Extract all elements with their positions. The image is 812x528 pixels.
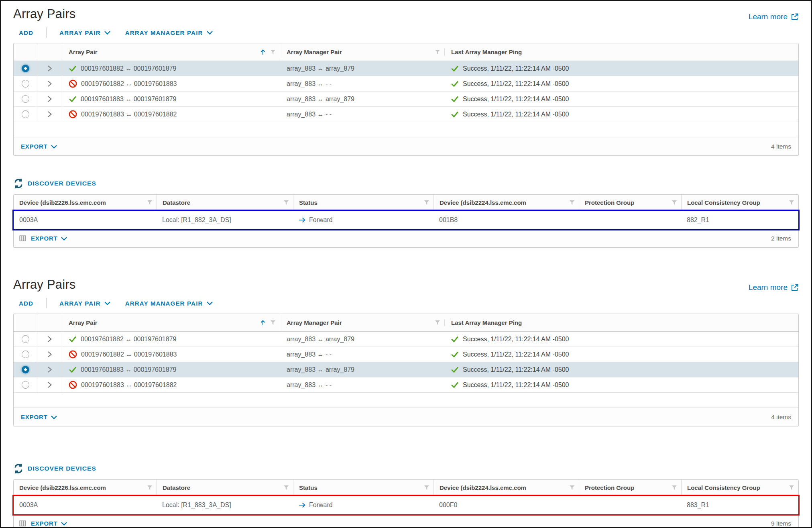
array-pairs-table: Array Pair Array Manager Pair Last Array… xyxy=(13,43,799,156)
toolbar-divider xyxy=(46,298,47,308)
array-pair-row[interactable]: 000197601882 ↔ 000197601883 array_883 ↔ … xyxy=(14,347,798,362)
array-manager-pair-menu-button[interactable]: ARRAY MANAGER PAIR xyxy=(118,300,220,307)
array-pair-row[interactable]: 000197601882 ↔ 000197601879 array_883 ↔ … xyxy=(14,332,798,347)
array-pair-menu-button[interactable]: ARRAY PAIR xyxy=(52,29,118,36)
filter-icon[interactable] xyxy=(424,485,429,490)
discover-devices-button[interactable]: DISCOVER DEVICES xyxy=(13,178,799,189)
array-manager-pair-menu-button[interactable]: ARRAY MANAGER PAIR xyxy=(118,29,220,36)
array-pair-row[interactable]: 000197601882 ↔ 000197601883 array_883 ↔ … xyxy=(14,76,798,92)
filter-icon[interactable] xyxy=(283,485,289,490)
column-header-array-pair[interactable]: Array Pair xyxy=(69,319,98,326)
column-picker-icon[interactable] xyxy=(19,520,26,527)
filter-icon[interactable] xyxy=(569,485,575,490)
filter-icon[interactable] xyxy=(424,200,429,205)
array-pair-row[interactable]: 000197601882 ↔ 000197601879 array_883 ↔ … xyxy=(14,61,798,76)
column-header-array-manager-pair[interactable]: Array Manager Pair xyxy=(287,319,342,326)
array-pair-menu-button[interactable]: ARRAY PAIR xyxy=(52,300,118,307)
page-title: Array Pairs xyxy=(13,7,76,21)
filter-icon[interactable] xyxy=(270,320,276,325)
items-count: 4 items xyxy=(771,143,791,150)
chevron-down-icon xyxy=(104,300,111,306)
expand-chevron-icon[interactable] xyxy=(46,65,53,72)
column-header-device-local[interactable]: Device (dsib2226.lss.emc.com xyxy=(19,199,106,206)
last-ping-value: Success, 1/11/22, 11:22:14 AM -0500 xyxy=(463,351,569,358)
export-button[interactable]: EXPORT xyxy=(31,235,67,242)
filter-icon[interactable] xyxy=(270,49,276,55)
table-footer: EXPORT 4 items xyxy=(14,137,798,155)
row-radio-selected[interactable] xyxy=(22,65,29,72)
last-ping-value: Success, 1/11/22, 11:22:14 AM -0500 xyxy=(463,96,569,103)
export-button[interactable]: EXPORT xyxy=(31,520,67,527)
learn-more-link[interactable]: Learn more xyxy=(749,12,799,21)
filter-icon[interactable] xyxy=(283,200,289,205)
sync-icon xyxy=(13,178,24,189)
device-row-highlighted-blue[interactable]: 0003A Local: [R1_882_3A_DS] Forward 001B… xyxy=(14,211,798,229)
external-link-icon xyxy=(791,13,799,21)
row-radio[interactable] xyxy=(22,381,29,389)
column-header-status[interactable]: Status xyxy=(299,484,317,491)
learn-more-link[interactable]: Learn more xyxy=(749,283,799,292)
filter-icon[interactable] xyxy=(789,200,794,205)
row-radio[interactable] xyxy=(22,95,29,103)
success-check-icon xyxy=(451,95,459,103)
sort-ascending-icon[interactable] xyxy=(260,49,266,56)
row-radio[interactable] xyxy=(22,335,29,343)
external-link-icon xyxy=(791,283,799,292)
add-button[interactable]: ADD xyxy=(13,29,41,36)
table-footer: EXPORT 2 items xyxy=(14,229,798,247)
column-header-datastore[interactable]: Datastore xyxy=(163,484,190,491)
column-header-protection-group[interactable]: Protection Group xyxy=(585,199,634,206)
array-pair-row[interactable]: 000197601883 ↔ 000197601879 array_883 ↔ … xyxy=(14,92,798,107)
export-button[interactable]: EXPORT xyxy=(21,414,57,420)
chevron-down-icon xyxy=(104,30,111,35)
row-radio[interactable] xyxy=(22,110,29,118)
column-header-datastore[interactable]: Datastore xyxy=(163,199,190,206)
device-row-highlighted-red[interactable]: 0003A Local: [R1_883_3A_DS] Forward 000F… xyxy=(14,496,798,514)
add-button[interactable]: ADD xyxy=(13,300,41,307)
filter-icon[interactable] xyxy=(789,485,794,490)
expand-chevron-icon[interactable] xyxy=(46,95,53,103)
column-header-device-remote[interactable]: Device (dsib2224.lss.emc.com xyxy=(440,199,526,206)
column-header-consistency-group[interactable]: Local Consistency Group xyxy=(687,199,760,206)
filter-icon[interactable] xyxy=(435,320,440,325)
column-header-consistency-group[interactable]: Local Consistency Group xyxy=(687,484,760,491)
expand-chevron-icon[interactable] xyxy=(46,110,53,118)
row-radio-selected[interactable] xyxy=(22,366,29,373)
column-picker-icon[interactable] xyxy=(19,235,26,242)
filter-icon[interactable] xyxy=(435,49,440,55)
column-header-protection-group[interactable]: Protection Group xyxy=(585,484,634,491)
column-header-status[interactable]: Status xyxy=(299,199,317,206)
array-manager-pair-value: array_883 ↔ - - xyxy=(287,80,332,88)
array-pair-row[interactable]: 000197601883 ↔ 000197601879 array_883 ↔ … xyxy=(14,362,798,377)
array-pairs-toolbar: ADD ARRAY PAIR ARRAY MANAGER PAIR xyxy=(13,26,799,39)
column-header-array-manager-pair[interactable]: Array Manager Pair xyxy=(287,49,342,55)
expand-chevron-icon[interactable] xyxy=(46,366,53,373)
status-value: Forward xyxy=(309,216,333,224)
expand-chevron-icon[interactable] xyxy=(46,351,53,358)
filter-icon[interactable] xyxy=(672,200,677,205)
expand-chevron-icon[interactable] xyxy=(46,381,53,389)
success-check-icon xyxy=(451,351,459,359)
array-pair-value: 000197601883 ↔ 000197601879 xyxy=(81,96,176,103)
sort-ascending-icon[interactable] xyxy=(260,319,266,326)
last-ping-value: Success, 1/11/22, 11:22:14 AM -0500 xyxy=(463,381,569,389)
filter-icon[interactable] xyxy=(672,485,677,490)
expand-chevron-icon[interactable] xyxy=(46,80,53,88)
column-header-last-ping[interactable]: Last Array Manager Ping xyxy=(451,319,522,326)
chevron-down-icon xyxy=(61,521,67,526)
array-pair-row[interactable]: 000197601883 ↔ 000197601882 array_883 ↔ … xyxy=(14,377,798,393)
filter-icon[interactable] xyxy=(147,200,153,205)
column-header-device-remote[interactable]: Device (dsib2224.lss.emc.com xyxy=(440,484,526,491)
column-header-last-ping[interactable]: Last Array Manager Ping xyxy=(451,49,522,55)
success-check-icon xyxy=(451,366,459,374)
filter-icon[interactable] xyxy=(147,485,153,490)
expand-chevron-icon[interactable] xyxy=(46,335,53,343)
column-header-device-local[interactable]: Device (dsib2226.lss.emc.com xyxy=(19,484,106,491)
row-radio[interactable] xyxy=(22,351,29,358)
discover-devices-button[interactable]: DISCOVER DEVICES xyxy=(13,463,799,474)
row-radio[interactable] xyxy=(22,80,29,88)
filter-icon[interactable] xyxy=(569,200,575,205)
column-header-array-pair[interactable]: Array Pair xyxy=(69,49,98,55)
export-button[interactable]: EXPORT xyxy=(21,143,57,150)
array-pair-row[interactable]: 000197601883 ↔ 000197601882 array_883 ↔ … xyxy=(14,107,798,122)
